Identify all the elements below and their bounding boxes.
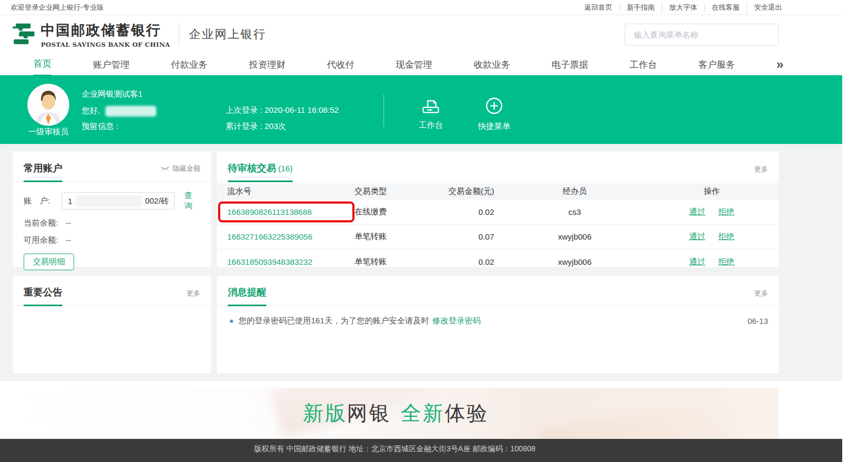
pending-transactions-panel: 待审核交易(16) 更多 流水号 交易类型 交易金额(元) 经办员 操作 166… bbox=[217, 151, 779, 267]
top-link-guide[interactable]: 新手指南 bbox=[619, 3, 662, 12]
announcements-panel: 重要公告 更多 bbox=[13, 276, 211, 373]
nav-more-chevron-icon[interactable]: » bbox=[777, 59, 782, 70]
login-info: 上次登录 : 2020-06-11 16:08:52 累计登录 : 203次 bbox=[226, 106, 339, 138]
query-link[interactable]: 查询 bbox=[184, 191, 200, 211]
top-link-font-size[interactable]: 放大字体 bbox=[662, 3, 704, 12]
plus-circle-icon bbox=[484, 97, 504, 116]
message-date: 06-13 bbox=[748, 316, 768, 326]
txn-type: 单笔转账 bbox=[355, 232, 435, 242]
approve-link[interactable]: 通过 bbox=[689, 232, 705, 242]
txn-amount: 0.02 bbox=[435, 257, 494, 266]
nav-tab-investment[interactable]: 投资理财 bbox=[249, 59, 285, 71]
messages-title: 消息提醒 bbox=[228, 286, 266, 306]
col-serial: 流水号 bbox=[227, 186, 355, 197]
nav-tab-accounts[interactable]: 账户管理 bbox=[93, 59, 129, 71]
available-balance-row: 可用余额: -- bbox=[24, 235, 200, 246]
promo-banner: 新版网银全新体验 bbox=[13, 388, 779, 439]
hide-amount-toggle[interactable]: 隐藏金额 bbox=[160, 164, 200, 174]
pending-table-header: 流水号 交易类型 交易金额(元) 经办员 操作 bbox=[217, 183, 779, 200]
account-label: 账 户: bbox=[24, 196, 62, 206]
txn-actions: 通过 拒绝 bbox=[655, 232, 768, 242]
nav-tab-workbench[interactable]: 工作台 bbox=[630, 59, 657, 71]
last-login: 上次登录 : 2020-06-11 16:08:52 bbox=[226, 106, 339, 114]
pending-more-link[interactable]: 更多 bbox=[754, 164, 768, 174]
pending-transactions-head: 待审核交易(16) 更多 bbox=[217, 151, 779, 182]
current-balance-row: 当前余额: -- bbox=[24, 218, 200, 228]
reject-link[interactable]: 拒绝 bbox=[718, 257, 734, 267]
top-link-service[interactable]: 在线客服 bbox=[704, 3, 747, 12]
frequent-accounts-head: 常用账户 隐藏金额 bbox=[13, 151, 211, 182]
content-area: 常用账户 隐藏金额 账 户: bbox=[0, 144, 842, 381]
nav-tab-cash-mgmt[interactable]: 现金管理 bbox=[396, 59, 432, 71]
col-actions: 操作 bbox=[655, 186, 768, 197]
nav-tab-collection-payment[interactable]: 代收付 bbox=[327, 59, 355, 71]
col-amount: 交易金额(元) bbox=[435, 186, 494, 197]
avatar bbox=[27, 84, 69, 126]
menu-search-input[interactable] bbox=[625, 24, 779, 46]
promo-text: 新版网银全新体验 bbox=[303, 400, 489, 427]
announcements-head: 重要公告 更多 bbox=[13, 276, 211, 306]
top-link-logout[interactable]: 安全退出 bbox=[747, 3, 782, 12]
announcements-title: 重要公告 bbox=[24, 286, 62, 306]
bullet-dot-icon bbox=[230, 320, 233, 323]
serial-link[interactable]: 1663271663225389056 bbox=[227, 232, 313, 241]
workbench-icon bbox=[421, 97, 441, 115]
workbench-shortcut[interactable]: 工作台 bbox=[409, 97, 452, 131]
serial-link[interactable]: 1663185093948383232 bbox=[227, 257, 313, 266]
user-info: 企业网银测试客1 您好, 预留信息 : bbox=[82, 90, 156, 138]
panel-row-2: 重要公告 更多 消息提醒 更多 您的登录密码已使用161天，为了您的账户安全请及… bbox=[13, 276, 779, 373]
main-nav: 首页 账户管理 付款业务 投资理财 代收付 现金管理 收款业务 电子票据 工作台… bbox=[0, 54, 842, 75]
reserved-info-label: 预留信息 : bbox=[82, 122, 156, 130]
product-title: 企业网上银行 bbox=[189, 26, 266, 42]
panel-row-1: 常用账户 隐藏金额 账 户: bbox=[13, 151, 779, 267]
serial-link[interactable]: 1663890826113138688 bbox=[227, 207, 312, 216]
account-selector[interactable]: 1 002/砖 bbox=[62, 192, 175, 210]
frequent-accounts-panel: 常用账户 隐藏金额 账 户: bbox=[13, 151, 211, 267]
page: 欢迎登录企业网上银行-专业版 返回首页 新手指南 放大字体 在线客服 安全退出 … bbox=[0, 0, 842, 462]
nav-tab-home[interactable]: 首页 bbox=[33, 57, 52, 71]
user-avatar-icon bbox=[27, 84, 69, 126]
txn-amount: 0.07 bbox=[435, 232, 494, 241]
bank-name-cn: 中国邮政储蓄银行 bbox=[41, 21, 170, 40]
closed-eye-icon bbox=[160, 165, 170, 171]
top-link-home[interactable]: 返回首页 bbox=[577, 3, 619, 12]
nav-tab-receivables[interactable]: 收款业务 bbox=[474, 59, 510, 71]
greeting-line: 您好, bbox=[82, 106, 156, 114]
account-row: 账 户: 1 002/砖 查询 bbox=[24, 191, 200, 211]
table-row: 1663185093948383232 单笔转账 0.02 xwyjb006 通… bbox=[217, 249, 779, 274]
table-row: 1663890826113138688 在线缴费 0.02 cs3 通过 拒绝 bbox=[217, 200, 779, 225]
messages-head: 消息提醒 更多 bbox=[217, 276, 779, 306]
transaction-detail-button[interactable]: 交易明细 bbox=[24, 254, 74, 270]
pending-transactions-title: 待审核交易(16) bbox=[228, 162, 293, 182]
top-links: 返回首页 新手指南 放大字体 在线客服 安全退出 bbox=[577, 3, 782, 12]
txn-operator: xwyjb006 bbox=[494, 257, 655, 266]
current-balance-value: -- bbox=[66, 218, 71, 227]
nav-tab-e-bills[interactable]: 电子票据 bbox=[552, 59, 588, 71]
quick-menu-shortcut[interactable]: 快捷菜单 bbox=[473, 97, 516, 132]
bank-name-en: POSTAL SAVINGS BANK OF CHINA bbox=[41, 41, 170, 48]
reject-link[interactable]: 拒绝 bbox=[718, 232, 734, 242]
frequent-accounts-body: 账 户: 1 002/砖 查询 当前余额: -- 可用余额: bbox=[13, 191, 211, 270]
bank-logo: 中国邮政储蓄银行 POSTAL SAVINGS BANK OF CHINA 企业… bbox=[12, 21, 266, 48]
txn-operator: cs3 bbox=[494, 207, 655, 216]
message-text: 您的登录密码已使用161天，为了您的账户安全请及时 bbox=[238, 316, 429, 326]
messages-more-link[interactable]: 更多 bbox=[754, 288, 768, 298]
messages-panel: 消息提醒 更多 您的登录密码已使用161天，为了您的账户安全请及时 修改登录密码… bbox=[217, 276, 779, 373]
change-password-link[interactable]: 修改登录密码 bbox=[432, 316, 481, 326]
announcements-more-link[interactable]: 更多 bbox=[186, 288, 200, 298]
txn-actions: 通过 拒绝 bbox=[655, 257, 768, 267]
banner-divider bbox=[384, 95, 384, 127]
footer: 版权所有 中国邮政储蓄银行 地址：北京市西城区金融大街3号A座 邮政编码：100… bbox=[0, 439, 842, 462]
nav-tab-payments[interactable]: 付款业务 bbox=[171, 59, 207, 71]
nav-tab-customer-service[interactable]: 客户服务 bbox=[698, 59, 735, 71]
approve-link[interactable]: 通过 bbox=[689, 207, 705, 217]
user-banner: 一级审核员 企业网银测试客1 您好, 预留信息 : 上次登录 : 2020-06… bbox=[0, 75, 842, 144]
txn-type: 单笔转账 bbox=[355, 257, 435, 267]
header: 中国邮政储蓄银行 POSTAL SAVINGS BANK OF CHINA 企业… bbox=[0, 15, 842, 54]
txn-actions: 通过 拒绝 bbox=[655, 207, 768, 217]
user-role: 一级审核员 bbox=[20, 127, 76, 137]
approve-link[interactable]: 通过 bbox=[689, 257, 705, 267]
reject-link[interactable]: 拒绝 bbox=[718, 207, 734, 217]
available-balance-value: -- bbox=[66, 235, 71, 244]
bank-name: 中国邮政储蓄银行 POSTAL SAVINGS BANK OF CHINA bbox=[41, 21, 170, 48]
